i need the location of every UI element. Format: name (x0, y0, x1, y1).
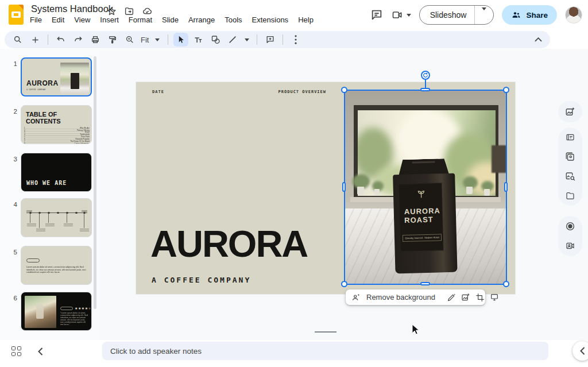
thumb-subtitle: A COFFEE COMPANY (26, 88, 46, 91)
menu-extensions[interactable]: Extensions (252, 16, 289, 24)
slide-thumbnail-4[interactable] (21, 198, 92, 237)
rotate-handle[interactable] (421, 71, 430, 80)
zoom-caret-icon[interactable] (152, 33, 163, 47)
comments-icon[interactable] (370, 9, 383, 21)
video-call-button[interactable] (391, 9, 411, 21)
resize-handle-ne[interactable] (503, 87, 509, 93)
speaker-notes-input[interactable]: Click to add speaker notes (102, 342, 548, 360)
grid-view-icon[interactable] (11, 346, 21, 356)
notes-resize-handle[interactable] (315, 331, 336, 333)
menu-edit[interactable]: Edit (52, 16, 64, 24)
format-options-icon[interactable] (490, 293, 499, 302)
camera-icon[interactable] (565, 237, 575, 256)
slideshow-button[interactable]: Slideshow (419, 5, 494, 25)
insert-image-icon[interactable] (565, 102, 575, 121)
edit-pen-icon[interactable] (447, 293, 456, 302)
thumb-title: AURORA (26, 79, 59, 87)
slideshow-label[interactable]: Slideshow (420, 10, 475, 20)
resize-handle-nw[interactable] (341, 87, 347, 93)
account-avatar[interactable] (565, 6, 582, 24)
plus-icon[interactable] (28, 33, 42, 47)
share-button[interactable]: Share (502, 5, 557, 25)
insert-comment-icon[interactable] (262, 33, 277, 47)
slide-corner-label[interactable]: PRODUCT OVERVIEW (136, 90, 326, 94)
side-panel-middle (558, 128, 582, 206)
collapse-filmstrip-icon[interactable] (34, 346, 46, 357)
slide-thumbnail-6[interactable]: ★★★★★ "Lorem ipsum dolor sit amet, conse… (21, 292, 92, 331)
chevron-down-icon[interactable] (407, 14, 411, 17)
thumb-title: WHO WE ARE (26, 180, 67, 186)
more-options-icon[interactable] (288, 33, 303, 47)
collapse-menus-icon[interactable] (531, 33, 545, 47)
undo-icon[interactable] (53, 33, 68, 47)
slide-thumbnail-5[interactable]: Lorem ipsum dolor sit amet, consectetur … (21, 246, 92, 285)
text-icon[interactable] (191, 33, 206, 47)
filmstrip-scrollbar[interactable] (94, 56, 96, 309)
resize-handle-sw[interactable] (341, 281, 347, 287)
slideshow-options-icon[interactable] (482, 7, 486, 20)
crop-icon[interactable] (475, 293, 485, 302)
menu-file[interactable]: File (30, 16, 42, 24)
menu-tools[interactable]: Tools (225, 16, 242, 24)
slide-number: 3 (7, 156, 17, 163)
replace-image-icon[interactable] (461, 293, 470, 302)
slide-subtitle-text[interactable]: A COFFEE COMPANY (152, 276, 251, 284)
slide-thumbnail-3[interactable]: WHO WE ARE (21, 153, 92, 192)
resize-handle-s[interactable] (420, 282, 430, 285)
top-bar: Systems Handbook File Edit View Insert F… (0, 0, 588, 30)
remove-background-icon[interactable] (351, 293, 361, 302)
folder-icon[interactable] (565, 186, 575, 205)
redo-icon[interactable] (71, 33, 86, 47)
slide-number: 2 (7, 108, 17, 115)
document-title[interactable]: Systems Handbook (31, 3, 113, 14)
line-icon[interactable] (225, 33, 240, 47)
resize-handle-w[interactable] (342, 182, 346, 192)
slide-title-text[interactable]: AURORA (150, 225, 307, 262)
thumb-image (60, 63, 89, 94)
menu-format[interactable]: Format (129, 16, 152, 24)
paint-format-icon[interactable] (105, 33, 120, 47)
thumb-button-pill (60, 307, 73, 310)
resize-handle-n[interactable] (420, 88, 430, 91)
print-icon[interactable] (88, 33, 103, 47)
record-icon[interactable] (565, 217, 575, 235)
main-toolbar: Fit (5, 31, 550, 48)
share-label[interactable]: Share (526, 11, 548, 20)
resize-handle-e[interactable] (504, 182, 508, 192)
move-folder-icon[interactable] (124, 6, 134, 16)
menu-insert[interactable]: Insert (100, 16, 119, 24)
cloud-saved-icon[interactable] (142, 6, 153, 16)
star-icon[interactable] (107, 6, 117, 16)
slide-number: 4 (7, 201, 17, 208)
slides-logo-icon[interactable] (9, 5, 24, 25)
toc-list: 1Who We Are 2Primary Offering 3Vision 4T… (24, 127, 90, 144)
layouts-icon[interactable] (565, 128, 575, 147)
menu-help[interactable]: Help (298, 16, 314, 24)
resize-handle-se[interactable] (503, 281, 509, 287)
remove-background-label[interactable]: Remove background (366, 293, 435, 302)
thumb-title: TABLE OF CONTENTS (26, 111, 72, 125)
open-side-panel-button[interactable] (572, 341, 588, 361)
slide-number: 6 (7, 295, 17, 302)
zoom-level-select[interactable]: Fit (140, 36, 150, 44)
menu-slide[interactable]: Slide (162, 16, 179, 24)
bag-tagline: Ethically Sourced - Medium Roast (405, 236, 439, 239)
zoom-icon[interactable] (122, 33, 137, 47)
slide-thumbnail-1[interactable]: AURORA A COFFEE COMPANY (21, 57, 92, 96)
search-icon[interactable] (10, 33, 25, 47)
shape-icon[interactable] (208, 33, 223, 47)
image-search-icon[interactable] (565, 167, 575, 186)
photo-library-icon[interactable] (565, 148, 575, 167)
menu-view[interactable]: View (74, 16, 90, 24)
line-caret-icon[interactable] (242, 33, 252, 47)
bag-brand-line2: ROAST (404, 215, 434, 225)
menu-arrange[interactable]: Arrange (188, 16, 215, 24)
slide-thumbnail-2[interactable]: TABLE OF CONTENTS 1Who We Are 2Primary O… (21, 105, 92, 144)
selected-image[interactable]: AURORAROAST Ethically Sourced - Medium R… (345, 90, 506, 284)
select-cursor-icon[interactable] (173, 33, 188, 47)
video-call-icon (391, 9, 404, 21)
thumb-body-text: Lorem ipsum dolor sit amet, consectetur … (26, 266, 87, 273)
cabinet (492, 145, 506, 173)
sprout-icon (417, 190, 425, 198)
people-share-icon (511, 10, 521, 20)
